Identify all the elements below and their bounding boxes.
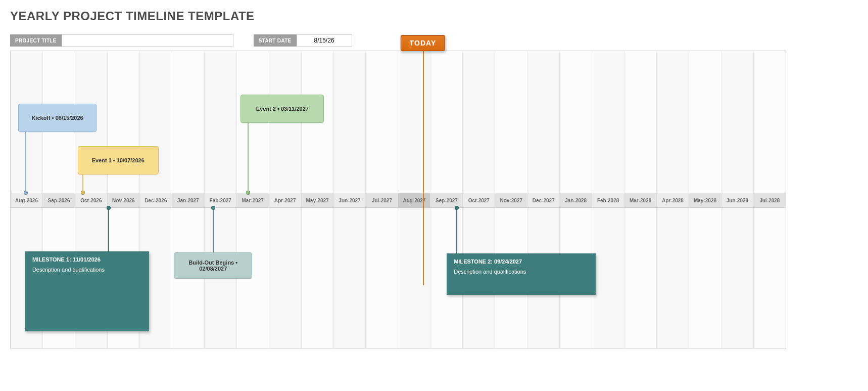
axis-tick: Jun-2027 <box>334 193 366 207</box>
axis-tick: Dec-2027 <box>527 193 560 207</box>
today-line <box>423 51 424 285</box>
axis-tick: Aug-2027 <box>398 193 430 207</box>
start-date-label: START DATE <box>254 34 297 47</box>
milestone-desc: Description and qualifications <box>454 269 589 275</box>
timeline-chart: Aug-2026Sep-2026Oct-2026Nov-2026Dec-2026… <box>10 51 786 349</box>
event-stem <box>248 123 249 193</box>
timeline-axis: Aug-2026Sep-2026Oct-2026Nov-2026Dec-2026… <box>11 193 786 208</box>
axis-tick: Feb-2027 <box>205 193 237 207</box>
project-title-input[interactable] <box>62 34 233 47</box>
event-stem <box>82 175 83 193</box>
axis-tick: Oct-2026 <box>75 193 108 207</box>
axis-tick: Jul-2028 <box>754 193 786 207</box>
event-card-event1[interactable]: Event 1 • 10/07/2026 <box>78 146 159 175</box>
axis-tick: Nov-2026 <box>108 193 140 207</box>
axis-tick: Nov-2027 <box>495 193 527 207</box>
today-badge: TODAY <box>401 35 445 51</box>
axis-tick: Oct-2027 <box>463 193 495 207</box>
milestone-title: MILESTONE 1: 11/01/2026 <box>32 256 142 263</box>
axis-tick: Jun-2028 <box>721 193 754 207</box>
event-stem <box>213 208 214 252</box>
axis-tick: May-2027 <box>302 193 334 207</box>
axis-tick: Jul-2027 <box>366 193 398 207</box>
axis-tick: Apr-2027 <box>269 193 302 207</box>
axis-tick: May-2028 <box>689 193 721 207</box>
start-date-field: START DATE 8/15/26 <box>254 34 352 47</box>
event-stem <box>456 208 457 253</box>
event-stem <box>108 208 109 251</box>
milestone-block-milestone2[interactable]: MILESTONE 2: 09/24/2027Description and q… <box>447 253 596 295</box>
page-title: YEARLY PROJECT TIMELINE TEMPLATE <box>10 9 858 23</box>
project-title-field: PROJECT TITLE <box>10 34 233 47</box>
event-card-kickoff[interactable]: Kickoff • 08/15/2026 <box>18 104 97 132</box>
milestone-block-milestone1[interactable]: MILESTONE 1: 11/01/2026Description and q… <box>25 251 149 331</box>
axis-tick: Jan-2028 <box>560 193 592 207</box>
axis-tick: Dec-2026 <box>140 193 172 207</box>
axis-tick: Aug-2026 <box>11 193 43 207</box>
event-stem <box>25 132 26 193</box>
axis-tick: Mar-2028 <box>624 193 657 207</box>
event-card-buildout[interactable]: Build-Out Begins • 02/08/2027 <box>174 252 252 279</box>
axis-tick: Mar-2027 <box>237 193 269 207</box>
axis-tick: Sep-2027 <box>430 193 463 207</box>
axis-tick: Jan-2027 <box>172 193 205 207</box>
axis-tick: Feb-2028 <box>592 193 624 207</box>
axis-tick: Sep-2026 <box>43 193 75 207</box>
start-date-value[interactable]: 8/15/26 <box>297 34 352 47</box>
milestone-title: MILESTONE 2: 09/24/2027 <box>454 258 589 265</box>
milestone-desc: Description and qualifications <box>32 267 142 273</box>
axis-tick: Apr-2028 <box>657 193 689 207</box>
project-title-label: PROJECT TITLE <box>10 34 62 47</box>
event-card-event2[interactable]: Event 2 • 03/11/2027 <box>240 95 324 123</box>
